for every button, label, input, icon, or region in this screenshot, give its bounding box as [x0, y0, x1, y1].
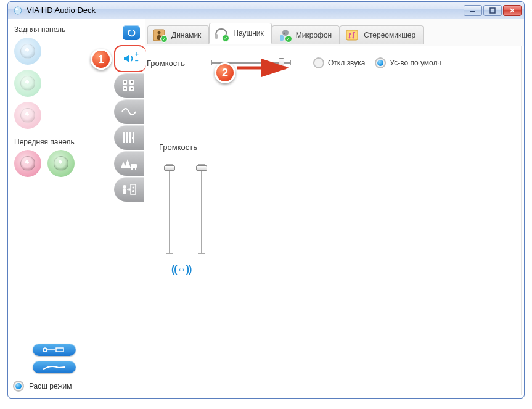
main-panel: Динамик ✓ Наушник ✓ Микрофон ✓: [145, 19, 524, 398]
svg-rect-25: [131, 164, 137, 168]
rear-jack-row-2: [14, 70, 109, 97]
sidetab-environment[interactable]: [114, 151, 144, 176]
default-device-radio[interactable]: [375, 57, 386, 68]
svg-text:+: +: [135, 51, 139, 57]
window-title: VIA HD Audio Deck: [27, 6, 464, 15]
svg-text:−: −: [135, 57, 139, 64]
expand-mode-radio[interactable]: [13, 381, 24, 392]
sidetab-speaker-config[interactable]: [114, 73, 144, 98]
tab-stereomix-label: Стереомикшер: [364, 31, 415, 39]
svg-point-16: [131, 88, 133, 90]
sine-wave-icon: [121, 104, 137, 120]
device-tabs: Динамик ✓ Наушник ✓ Микрофон ✓: [145, 19, 524, 46]
svg-point-31: [133, 187, 134, 189]
mute-option[interactable]: Откл звука: [313, 57, 365, 68]
slider-thumb[interactable]: [196, 165, 207, 171]
tab-headphone[interactable]: Наушник ✓: [209, 23, 271, 44]
tab-microphone[interactable]: Микрофон ✓: [272, 25, 340, 44]
jack-rear-blue[interactable]: [14, 38, 41, 65]
window-buttons: [464, 5, 522, 16]
check-icon: ✓: [285, 35, 292, 43]
left-channel-slider[interactable]: [163, 158, 176, 257]
connect-icon: [40, 346, 68, 353]
slider-thumb[interactable]: [164, 165, 175, 171]
environment-icon: [120, 155, 138, 171]
app-icon: [13, 6, 23, 15]
jack-rear-green[interactable]: [14, 70, 41, 97]
sidetab-room-correction[interactable]: [114, 177, 144, 202]
stereomix-device-icon: [344, 27, 360, 43]
svg-rect-41: [346, 30, 358, 40]
svg-rect-22: [126, 138, 128, 140]
close-button[interactable]: [503, 5, 522, 16]
channel-volume-label: Громкость: [159, 143, 507, 152]
titlebar: VIA HD Audio Deck: [8, 2, 524, 19]
volume-options: Откл звука Ус-во по умолч: [313, 57, 441, 68]
master-volume-slider[interactable]: [211, 57, 291, 68]
svg-point-14: [131, 81, 133, 83]
channel-sliders: [163, 158, 507, 257]
svg-rect-2: [470, 11, 475, 12]
tab-headphone-label: Наушник: [233, 29, 263, 38]
jack-rear-pink[interactable]: [14, 102, 41, 129]
speaker-layout-icon: [121, 78, 137, 94]
master-volume-row: Громкость Откл звука Ус-во по умолч: [159, 57, 507, 68]
svg-rect-30: [131, 184, 136, 194]
left-panel: Задняя панель Передняя панель: [8, 19, 114, 398]
undo-icon: [126, 28, 136, 38]
front-jack-row: [14, 150, 109, 177]
svg-point-0: [14, 7, 22, 14]
check-icon: ✓: [160, 35, 168, 43]
svg-point-36: [215, 34, 218, 39]
svg-rect-6: [56, 348, 63, 352]
sidetab-equalizer[interactable]: [114, 125, 144, 150]
svg-point-42: [349, 36, 351, 38]
svg-point-28: [123, 185, 126, 189]
expand-mode-label: Расш режим: [29, 382, 72, 390]
svg-point-1: [15, 8, 18, 10]
svg-rect-23: [129, 133, 131, 135]
svg-rect-27: [135, 168, 136, 170]
default-device-option[interactable]: Ус-во по умолч: [375, 57, 441, 68]
svg-point-15: [124, 88, 126, 90]
jack-front-pink[interactable]: [14, 150, 41, 177]
mute-label: Откл звука: [328, 59, 365, 67]
volume-icon: + −: [121, 51, 140, 67]
front-panel-label: Передняя панель: [14, 138, 109, 146]
tab-speaker-label: Динамик: [171, 31, 201, 39]
sidetab-format[interactable]: [114, 99, 144, 124]
volume-label: Громкость: [147, 59, 196, 68]
slider-thumb[interactable]: [279, 58, 284, 68]
svg-rect-21: [123, 134, 125, 136]
tab-speaker[interactable]: Динамик ✓: [147, 25, 209, 44]
rear-panel-label: Задняя панель: [14, 25, 109, 34]
link-channels-icon[interactable]: ((↔)): [171, 264, 507, 275]
svg-point-32: [132, 190, 134, 192]
sidetab-volume[interactable]: + − 1: [114, 45, 146, 72]
close-icon: [509, 7, 515, 14]
svg-rect-26: [131, 168, 133, 170]
svg-point-13: [124, 81, 126, 83]
room-correction-icon: [120, 181, 138, 197]
svg-rect-39: [280, 35, 284, 41]
side-toolbar: + − 1: [114, 19, 145, 398]
reset-button[interactable]: [123, 25, 140, 40]
mute-radio[interactable]: [313, 57, 324, 68]
tab-stereomix[interactable]: Стереомикшер: [340, 25, 424, 44]
tool-connect-button[interactable]: [33, 344, 76, 356]
info-icon: [40, 363, 68, 371]
tool-info-button[interactable]: [33, 361, 76, 373]
maximize-button[interactable]: [483, 5, 502, 16]
app-window: VIA HD Audio Deck Задняя панель: [7, 1, 525, 399]
tab-microphone-label: Микрофон: [296, 31, 332, 39]
svg-point-43: [353, 36, 354, 38]
expand-mode-row[interactable]: Расш режим: [13, 381, 109, 392]
maximize-icon: [489, 7, 496, 14]
right-channel-slider[interactable]: [195, 158, 208, 257]
minimize-button[interactable]: [464, 5, 482, 16]
jack-front-green[interactable]: [47, 150, 75, 177]
slider-track: [169, 164, 170, 254]
default-device-label: Ус-во по умолч: [390, 59, 441, 67]
client-area: Задняя панель Передняя панель: [8, 19, 524, 398]
tab-content: Громкость Откл звука Ус-во по умолч: [145, 46, 522, 395]
